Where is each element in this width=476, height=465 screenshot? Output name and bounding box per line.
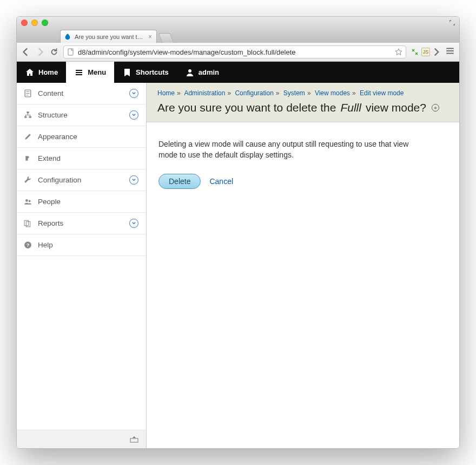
toolbar-home[interactable]: Home — [17, 62, 66, 83]
extension-icons: JS — [411, 48, 441, 56]
bookmark-star-icon[interactable] — [395, 48, 402, 56]
breadcrumb-link[interactable]: Administration — [184, 89, 225, 97]
page-title-emphasis: Fulll — [340, 101, 361, 114]
extension-icon[interactable] — [411, 48, 419, 56]
reports-icon — [23, 219, 32, 228]
fullscreen-icon[interactable] — [448, 19, 456, 27]
main-content: Home» Administration» Configuration» Sys… — [147, 83, 459, 448]
page-title-pre: Are you sure you want to delete the — [157, 101, 336, 114]
svg-text:?: ? — [27, 243, 29, 248]
sidebar-item-configuration[interactable]: Configuration — [17, 169, 146, 191]
browser-tab[interactable]: Are you sure you want to d × — [60, 30, 157, 43]
breadcrumb-link[interactable]: Home — [157, 89, 175, 97]
window-titlebar — [17, 17, 459, 29]
window-controls — [21, 19, 48, 26]
sidebar-item-structure[interactable]: Structure — [17, 104, 146, 126]
sidebar-item-label: Extend — [38, 154, 61, 162]
toolbar-user-label: admin — [199, 68, 219, 76]
minimize-window-button[interactable] — [31, 19, 38, 26]
admin-menu-sidebar: Content Structure Appearance Extend Conf… — [17, 83, 147, 448]
svg-rect-0 — [68, 49, 73, 55]
svg-rect-5 — [29, 116, 31, 118]
sidebar-item-people[interactable]: People — [17, 191, 146, 213]
chevron-down-icon[interactable] — [129, 219, 138, 228]
wrench-icon — [23, 175, 32, 185]
sidebar-item-appearance[interactable]: Appearance — [17, 126, 146, 148]
sidebar-orientation-toggle[interactable] — [17, 430, 146, 448]
page-icon — [67, 48, 75, 56]
admin-toolbar: Home Menu Shortcuts admin — [17, 62, 459, 83]
browser-menu-button[interactable] — [445, 46, 455, 58]
orientation-icon — [130, 436, 138, 443]
page-title-post: view mode? — [366, 101, 426, 114]
breadcrumb-link[interactable]: Configuration — [235, 89, 273, 97]
sidebar-item-label: Reports — [38, 219, 63, 227]
chevron-down-icon[interactable] — [129, 89, 138, 98]
zoom-window-button[interactable] — [42, 19, 48, 26]
toolbar-home-label: Home — [38, 68, 58, 76]
drupal-favicon-icon — [64, 33, 71, 41]
page-header: Home» Administration» Configuration» Sys… — [147, 83, 459, 122]
breadcrumb: Home» Administration» Configuration» Sys… — [157, 89, 448, 97]
page-title: Are you sure you want to delete the Full… — [157, 101, 448, 114]
app-body: Content Structure Appearance Extend Conf… — [17, 83, 459, 448]
tab-close-icon[interactable]: × — [148, 33, 152, 41]
svg-rect-3 — [27, 112, 29, 113]
chevron-down-icon[interactable] — [129, 110, 138, 120]
cancel-link[interactable]: Cancel — [209, 177, 233, 186]
sidebar-item-label: People — [38, 198, 61, 206]
chevron-right-icon[interactable] — [432, 48, 441, 56]
toolbar-shortcuts[interactable]: Shortcuts — [114, 62, 177, 83]
sidebar-item-label: Content — [38, 89, 63, 97]
browser-address-bar: d8/admin/config/system/view-modes/manage… — [17, 43, 459, 62]
forward-button[interactable] — [35, 47, 45, 57]
document-icon — [23, 89, 32, 98]
confirmation-description: Deleting a view mode will cause any outp… — [158, 139, 418, 161]
breadcrumb-link[interactable]: System — [283, 89, 305, 97]
chevron-down-icon[interactable] — [129, 175, 138, 185]
user-icon — [185, 68, 195, 77]
toolbar-menu-label: Menu — [88, 68, 106, 76]
help-icon: ? — [23, 240, 32, 250]
svg-point-6 — [25, 199, 28, 202]
close-window-button[interactable] — [21, 19, 28, 26]
sidebar-item-label: Appearance — [38, 133, 77, 141]
structure-icon — [23, 110, 32, 120]
sidebar-item-label: Structure — [38, 111, 68, 119]
breadcrumb-link[interactable]: View modes — [315, 89, 350, 97]
extension-icon-js[interactable]: JS — [421, 48, 430, 56]
browser-window: Are you sure you want to d × d8/admin/co… — [16, 16, 460, 449]
sidebar-item-reports[interactable]: Reports — [17, 213, 146, 234]
browser-tabbar: Are you sure you want to d × — [17, 29, 459, 43]
url-text: d8/admin/config/system/view-modes/manage… — [78, 48, 392, 56]
tab-title: Are you sure you want to d — [75, 34, 145, 40]
menu-icon — [74, 68, 84, 77]
reload-button[interactable] — [49, 47, 59, 57]
people-icon — [23, 197, 32, 206]
toolbar-menu[interactable]: Menu — [66, 62, 114, 83]
toolbar-shortcuts-label: Shortcuts — [136, 68, 169, 76]
svg-point-1 — [188, 69, 191, 73]
delete-button[interactable]: Delete — [158, 174, 201, 189]
back-button[interactable] — [21, 47, 31, 57]
sidebar-item-extend[interactable]: Extend — [17, 148, 146, 169]
toolbar-user[interactable]: admin — [177, 62, 227, 83]
new-tab-button[interactable] — [158, 33, 174, 43]
bookmark-icon — [122, 68, 132, 77]
content-region: Deleting a view mode will cause any outp… — [147, 122, 459, 205]
paintbrush-icon — [23, 132, 32, 141]
puzzle-icon — [23, 154, 32, 163]
sidebar-item-label: Help — [38, 241, 53, 249]
sidebar-item-help[interactable]: ? Help — [17, 234, 146, 256]
form-actions: Delete Cancel — [158, 174, 447, 189]
add-shortcut-button[interactable]: + — [432, 104, 439, 112]
svg-point-7 — [29, 200, 31, 202]
sidebar-item-content[interactable]: Content — [17, 83, 146, 104]
svg-rect-12 — [130, 438, 138, 442]
url-input[interactable]: d8/admin/config/system/view-modes/manage… — [63, 45, 406, 58]
svg-rect-4 — [24, 116, 27, 118]
home-icon — [25, 68, 35, 77]
sidebar-item-label: Configuration — [38, 176, 81, 184]
breadcrumb-link[interactable]: Edit view mode — [360, 89, 404, 97]
